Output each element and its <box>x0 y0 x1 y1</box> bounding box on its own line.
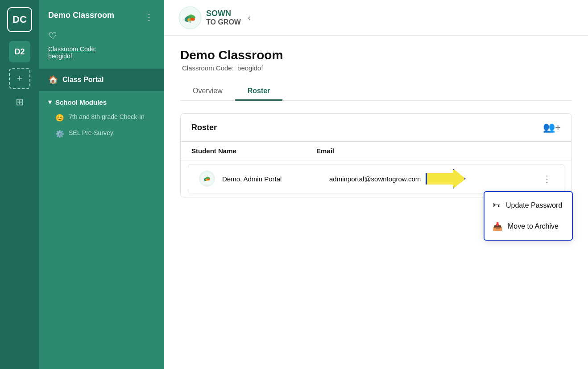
move-to-archive-button[interactable]: 📥 Move to Archive <box>484 216 572 237</box>
checkin-icon: 😊 <box>55 114 64 122</box>
table-row: Demo, Admin Portal adminportal@sowntogro… <box>188 164 564 193</box>
col-student-name: Student Name <box>191 147 316 155</box>
sidebar-section-school-modules[interactable]: ▾ School Modules <box>39 91 164 110</box>
logo-text: SOWN TO GROW <box>206 9 241 26</box>
tabs: Overview Roster <box>180 82 572 101</box>
page-title: Demo Classroom <box>180 48 572 62</box>
update-password-button[interactable]: 🗝 Update Password <box>484 195 572 216</box>
row-more-button[interactable]: ⋮ <box>541 172 553 186</box>
col-email: Email <box>316 147 561 155</box>
sidebar: Demo Classroom ⋮ ♡ Classroom Code: beogi… <box>39 0 164 369</box>
student-name: Demo, Admin Portal <box>222 175 329 183</box>
classroom-code-row: Classroom Code: beogidof <box>180 64 572 72</box>
roster-header: Roster 👥+ <box>181 114 571 142</box>
d2-badge[interactable]: D2 <box>9 41 30 62</box>
grid-icon[interactable]: ⊞ <box>16 96 24 108</box>
add-students-button[interactable]: 👥+ <box>543 122 561 133</box>
arrow-indicator <box>426 168 466 189</box>
content-area: Demo Classroom Classroom Code: beogidof … <box>164 36 588 369</box>
arrow-shape <box>426 168 466 189</box>
sidebar-collapse-button[interactable]: ‹ <box>248 14 250 22</box>
survey-icon: ⚙️ <box>55 130 64 138</box>
chevron-down-icon: ▾ <box>48 98 52 106</box>
roster-title: Roster <box>191 123 217 132</box>
key-icon: 🗝 <box>493 201 501 210</box>
topbar: SOWN TO GROW ‹ <box>164 0 588 36</box>
logo: SOWN TO GROW <box>178 6 241 29</box>
avatar <box>199 171 215 187</box>
logo-icon <box>178 6 202 29</box>
sidebar-header: Demo Classroom ⋮ <box>39 7 164 30</box>
tab-roster[interactable]: Roster <box>235 82 283 101</box>
add-classroom-button[interactable]: + <box>9 68 30 89</box>
archive-icon: 📥 <box>493 221 502 231</box>
main-content: SOWN TO GROW ‹ Demo Classroom Classroom … <box>164 0 588 369</box>
sidebar-item-class-portal[interactable]: 🏠 Class Portal <box>39 69 164 91</box>
roster-columns: Student Name Email <box>181 142 571 160</box>
roster-section: Roster 👥+ Student Name Email <box>180 113 572 197</box>
tab-overview[interactable]: Overview <box>180 82 235 101</box>
dc-badge[interactable]: DC <box>7 7 32 32</box>
sidebar-classroom-code: Classroom Code: beogidof <box>39 45 164 69</box>
sidebar-item-checkin[interactable]: 😊 7th and 8th grade Check-In <box>39 110 164 126</box>
heart-icon[interactable]: ♡ <box>39 30 164 45</box>
sidebar-classroom-name: Demo Classroom <box>48 11 143 20</box>
sidebar-item-sel-survey[interactable]: ⚙️ SEL Pre-Survey <box>39 126 164 142</box>
home-icon: 🏠 <box>48 75 58 85</box>
icon-strip: DC D2 + ⊞ <box>0 0 39 369</box>
sidebar-more-button[interactable]: ⋮ <box>143 11 155 23</box>
context-menu: 🗝 Update Password 📥 Move to Archive <box>484 191 573 241</box>
